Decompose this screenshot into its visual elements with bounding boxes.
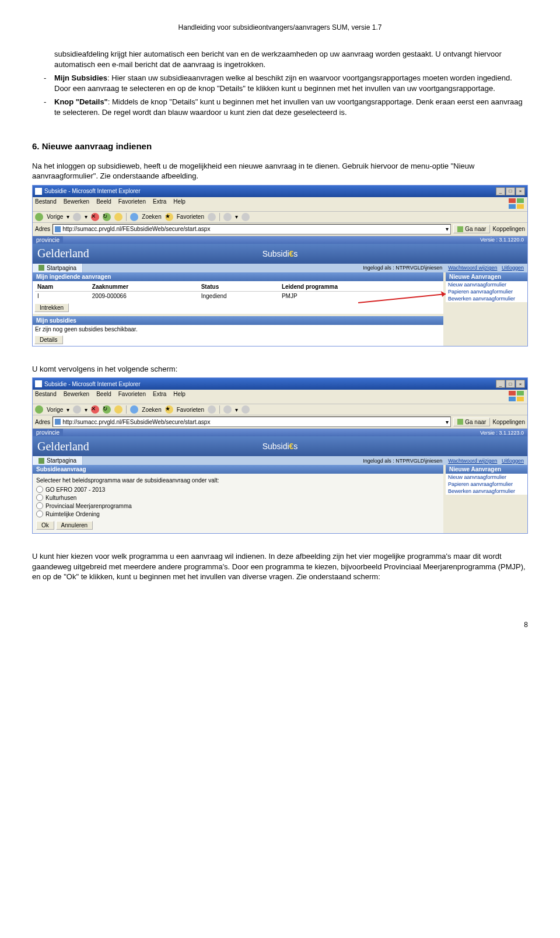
btn-intrekken[interactable]: Intrekken [34, 303, 69, 312]
table-row[interactable]: I 2009-000066 Ingediend PMJP [35, 291, 441, 300]
form-instruction: Selecteer het beleidsprogramma waar de s… [36, 477, 440, 484]
go-button[interactable]: Ga naar [453, 418, 490, 426]
menu-extra[interactable]: Extra [153, 198, 166, 210]
print-icon[interactable] [242, 213, 250, 221]
sidebox-item-papieren[interactable]: Papieren aanvraagformulier [446, 288, 527, 295]
back-label[interactable]: Vorige [47, 214, 63, 220]
stop-icon[interactable]: ✕ [91, 213, 99, 221]
svg-rect-2 [509, 204, 516, 209]
radio-option-2[interactable]: Kulturhusen [36, 494, 440, 501]
search-label[interactable]: Zoeken [142, 407, 161, 413]
btn-ok[interactable]: Ok [36, 521, 54, 530]
address-input[interactable]: http://sumacc.prvgld.nl/FESubsidieWeb/se… [52, 416, 451, 427]
print-icon[interactable] [242, 405, 250, 414]
brand-gelderland: Gelderland [33, 247, 89, 260]
dropdown-arrow-icon[interactable]: ▾ [446, 226, 449, 232]
radio-option-3[interactable]: Provinciaal Meerjarenprogramma [36, 502, 440, 509]
sidebox-item-nieuw[interactable]: Nieuw aanvraagformulier [446, 474, 527, 481]
home-icon[interactable] [114, 405, 123, 414]
dropdown-arrow-icon[interactable]: ▾ [446, 419, 449, 425]
sidebox-item-bewerken[interactable]: Bewerken aanvraagformulier [446, 488, 527, 495]
paragraph-intro: subsidieafdeling krijgt hier automatisch… [54, 49, 528, 69]
url-text: http://sumacc.prvgld.nl/FESubsidieWeb/se… [62, 419, 210, 425]
search-icon[interactable] [130, 405, 138, 414]
menu-help[interactable]: Help [173, 391, 186, 402]
app-topbar: provincie Versie : 3.1.1223.0 [33, 429, 527, 436]
address-input[interactable]: http://sumacc.prvgld.nl/FESubsidieWeb/se… [52, 224, 451, 235]
close-button[interactable]: × [516, 380, 525, 388]
menu-help[interactable]: Help [173, 198, 186, 210]
link-uitloggen[interactable]: Uitloggen [502, 265, 524, 271]
aanvragen-table: Naam Zaaknummer Status Leidend programma… [35, 282, 441, 300]
menu-bestand[interactable]: Bestand [35, 198, 57, 210]
back-label[interactable]: Vorige [47, 407, 63, 413]
links-label[interactable]: Koppelingen [492, 419, 525, 425]
btn-annuleren[interactable]: Annuleren [56, 521, 93, 530]
app-topbar: provincie Versie : 3.1.1220.0 [33, 236, 527, 244]
sidebox-item-papieren[interactable]: Papieren aanvraagformulier [446, 481, 527, 488]
maximize-button[interactable]: □ [506, 380, 515, 388]
page-icon [55, 419, 61, 425]
ie-menubar: Bestand Bewerken Beeld Favorieten Extra … [33, 390, 527, 404]
minimize-button[interactable]: _ [496, 380, 505, 388]
back-icon[interactable] [35, 405, 43, 414]
minimize-button[interactable]: _ [496, 187, 505, 195]
radio-icon [36, 494, 43, 501]
forward-icon[interactable] [73, 213, 81, 221]
history-icon[interactable] [208, 405, 216, 414]
menu-favorieten[interactable]: Favorieten [118, 391, 146, 402]
favorites-label[interactable]: Favorieten [177, 407, 204, 413]
menu-bewerken[interactable]: Bewerken [64, 198, 89, 210]
close-button[interactable]: × [516, 187, 525, 195]
section-6-intro: Na het inloggen op subsidieweb, heeft u … [32, 161, 528, 181]
tab-startpagina[interactable]: Startpagina [33, 264, 83, 272]
favorites-label[interactable]: Favorieten [177, 214, 204, 220]
back-icon[interactable] [35, 213, 43, 221]
ie-toolbar: Vorige ▾ ▾ ✕ ↻ Zoeken ★ Favorieten ▾ [33, 212, 527, 223]
menu-extra[interactable]: Extra [153, 391, 166, 402]
stop-icon[interactable]: ✕ [91, 405, 99, 414]
maximize-button[interactable]: □ [506, 187, 515, 195]
cell-naam: I [35, 291, 90, 300]
mail-icon[interactable] [223, 213, 232, 221]
bullet-details: Knop "Details": Middels de knop "Details… [54, 97, 528, 117]
radio-option-1[interactable]: GO EFRO 2007 - 2013 [36, 486, 440, 493]
history-icon[interactable] [208, 213, 216, 221]
ie-icon [35, 188, 42, 195]
link-wachtwoord[interactable]: Wachtwoord wijzigen [448, 265, 497, 271]
svg-rect-9 [517, 397, 524, 401]
col-zaak: Zaaknummer [90, 282, 199, 292]
document-body: subsidieafdeling krijgt hier automatisch… [32, 49, 528, 181]
refresh-icon[interactable]: ↻ [103, 405, 111, 414]
favorites-icon[interactable]: ★ [165, 405, 173, 414]
radio-icon [36, 486, 43, 493]
menu-bewerken[interactable]: Bewerken [64, 391, 89, 402]
links-label[interactable]: Koppelingen [492, 226, 525, 232]
menu-beeld[interactable]: Beeld [96, 391, 111, 402]
svg-rect-6 [509, 391, 516, 396]
radio-option-4[interactable]: Ruimtelijke Ordening [36, 510, 440, 517]
menu-favorieten[interactable]: Favorieten [118, 198, 146, 210]
search-label[interactable]: Zoeken [142, 214, 161, 220]
sidebox-item-bewerken[interactable]: Bewerken aanvraagformulier [446, 295, 527, 302]
ie-addressbar: Adres http://sumacc.prvgld.nl/FESubsidie… [33, 415, 527, 429]
link-wachtwoord[interactable]: Wachtwoord wijzigen [448, 458, 497, 464]
bullet-dash: - [44, 73, 46, 83]
ie-toolbar: Vorige ▾ ▾ ✕ ↻ Zoeken ★ Favorieten ▾ [33, 404, 527, 415]
search-icon[interactable] [130, 213, 138, 221]
address-label: Adres [35, 419, 50, 425]
go-arrow-icon [457, 419, 463, 425]
btn-details[interactable]: Details [34, 335, 63, 344]
mail-icon[interactable] [223, 405, 232, 414]
tab-startpagina[interactable]: Startpagina [33, 456, 83, 465]
menu-beeld[interactable]: Beeld [96, 198, 111, 210]
favorites-icon[interactable]: ★ [165, 213, 173, 221]
home-icon[interactable] [114, 213, 123, 221]
link-uitloggen[interactable]: Uitloggen [502, 458, 524, 464]
tabs-row: Startpagina Ingelogd als : NTPRVGLD\jnie… [33, 456, 527, 465]
refresh-icon[interactable]: ↻ [103, 213, 111, 221]
menu-bestand[interactable]: Bestand [35, 391, 57, 402]
forward-icon[interactable] [73, 405, 81, 414]
sidebox-item-nieuw[interactable]: Nieuw aanvraagformulier [446, 281, 527, 288]
go-button[interactable]: Ga naar [453, 225, 490, 233]
